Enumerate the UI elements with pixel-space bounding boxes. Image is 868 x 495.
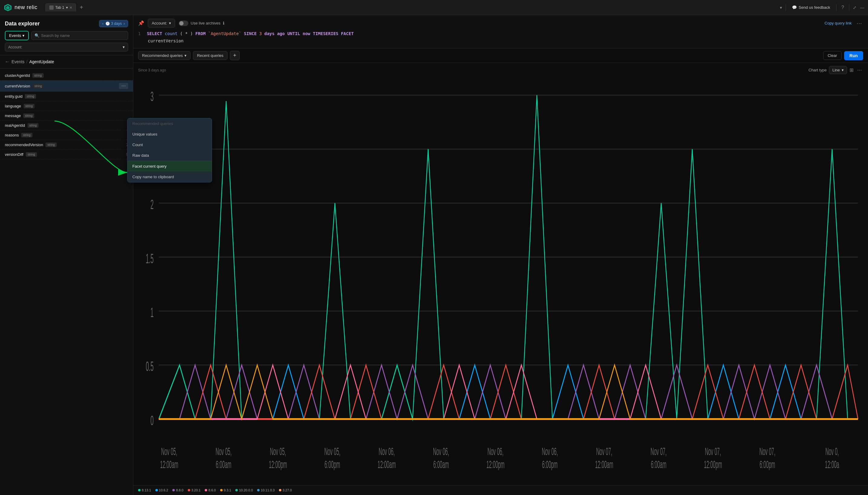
legend-dot — [155, 489, 158, 491]
context-menu-item[interactable]: Facet current query — [128, 161, 212, 172]
legend-item[interactable]: 10.20.0.0 — [235, 488, 253, 492]
chart-more-icon[interactable]: ⋯ — [856, 67, 863, 73]
tab-close-icon[interactable]: × — [70, 5, 72, 10]
svg-text:Nov 05,: Nov 05, — [324, 445, 340, 457]
live-archives: Use live archives ℹ — [179, 21, 225, 26]
legend-dot — [205, 489, 207, 491]
divider — [786, 4, 786, 11]
recent-queries-button[interactable]: Recent queries — [193, 51, 227, 60]
pin-icon[interactable]: 📌 — [138, 20, 144, 26]
legend-item[interactable]: 3.27.0 — [279, 488, 292, 492]
field-menu-button[interactable]: ⋯ — [119, 83, 128, 89]
chart-svg-wrapper: 3 2.5 2 1.5 1 0.5 0 — [133, 77, 868, 485]
top-bar-right: ▾ 💬 Send us feedback ? ⤢ — — [780, 4, 864, 12]
close-icon[interactable]: — — [860, 5, 864, 10]
field-left: realAgentId string — [5, 123, 38, 128]
account-filter[interactable]: Account: ▾ — [5, 42, 128, 51]
more-options-icon[interactable]: ⋯ — [855, 20, 863, 27]
add-query-button[interactable]: + — [230, 51, 240, 60]
context-menu-item[interactable]: Count — [128, 139, 212, 150]
search-box: 🔍 — [31, 31, 128, 40]
field-name: clusterAgentId — [5, 73, 30, 78]
breadcrumb-parent[interactable]: Events — [12, 59, 24, 64]
field-item[interactable]: clusterAgentId string — [0, 71, 133, 81]
chart-type-selector[interactable]: Line ▾ — [829, 66, 847, 74]
svg-text:3: 3 — [150, 89, 153, 104]
tab-1[interactable]: Tab 1 ▾ × — [46, 3, 76, 12]
field-item[interactable]: realAgentId string — [0, 121, 133, 131]
live-archives-info-icon[interactable]: ℹ — [223, 21, 225, 25]
time-nav-prev-icon[interactable]: ‹ — [102, 21, 104, 26]
divider-3 — [849, 4, 849, 11]
tab-dropdown-icon[interactable]: ▾ — [66, 5, 68, 10]
field-item[interactable]: currentVersion string ⋯ — [0, 81, 133, 92]
chart-svg: 3 2.5 2 1.5 1 0.5 0 — [138, 77, 863, 485]
context-menu-item[interactable]: Raw data — [128, 150, 212, 161]
svg-text:Nov 0,: Nov 0, — [825, 445, 839, 457]
legend-dot — [138, 489, 141, 491]
legend-item[interactable]: 10.6.2 — [155, 488, 168, 492]
live-archives-toggle[interactable] — [179, 21, 189, 26]
legend-item[interactable]: 3.20.1 — [188, 488, 201, 492]
account-filter-label: Account: — [8, 45, 22, 49]
time-nav-next-icon[interactable]: › — [123, 21, 125, 26]
events-button[interactable]: Events ▾ — [5, 31, 29, 40]
help-icon[interactable]: ? — [840, 4, 845, 12]
field-item[interactable]: entity.guid string — [0, 92, 133, 101]
query-toolbar: Recommended queries ▾ Recent queries + C… — [133, 48, 868, 63]
field-item[interactable]: message string — [0, 111, 133, 121]
copy-query-link[interactable]: Copy query link — [824, 21, 852, 25]
field-left: recommendedVersion string — [5, 142, 56, 147]
account-selector[interactable]: Account: ▾ — [148, 19, 175, 28]
legend-item[interactable]: 8.8.0 — [172, 488, 183, 492]
query-line-1: 1 SELECT count ( * ) FROM `AgentUpdate` … — [138, 30, 863, 37]
field-name: reasons — [5, 133, 19, 137]
svg-text:12:00a: 12:00a — [825, 458, 839, 471]
context-menu-item[interactable]: Copy name to clipboard — [128, 172, 212, 182]
since-label: Since 3 days ago — [138, 68, 166, 72]
svg-text:6:00pm: 6:00pm — [325, 458, 340, 471]
breadcrumb-back-icon[interactable]: ← — [5, 59, 10, 65]
legend-label: 9.3.1 — [224, 488, 231, 492]
svg-text:6:00pm: 6:00pm — [759, 458, 775, 471]
legend-label: 8.6.0 — [208, 488, 216, 492]
recommended-queries-label: Recommended queries — [142, 53, 183, 58]
svg-text:Nov 07,: Nov 07, — [759, 445, 775, 457]
field-name: language — [5, 104, 21, 108]
breadcrumb-separator: / — [26, 59, 28, 64]
field-name: versionDiff — [5, 152, 23, 157]
minimize-icon[interactable]: ⤢ — [853, 5, 856, 10]
time-nav[interactable]: ‹ 🕐 3 days › — [99, 20, 128, 27]
clear-button[interactable]: Clear — [823, 51, 842, 60]
feedback-button[interactable]: 💬 Send us feedback — [789, 4, 833, 11]
tab-label: Tab 1 — [55, 5, 64, 10]
search-input[interactable] — [41, 33, 125, 38]
legend-item[interactable]: 8.6.0 — [205, 488, 216, 492]
add-tab-button[interactable]: + — [77, 3, 86, 12]
field-type-badge: string — [28, 123, 38, 128]
chevron-down-icon[interactable]: ▾ — [780, 5, 782, 10]
select-keyword: SELECT — [147, 31, 162, 36]
sidebar-controls: Events ▾ 🔍 — [5, 31, 128, 40]
legend-item[interactable]: 8.13.1 — [138, 488, 151, 492]
chart-axes-icon[interactable]: ⊞ — [850, 67, 853, 73]
legend-label: 3.27.0 — [282, 488, 292, 492]
chart-type-label: Chart type — [808, 68, 826, 72]
days-ago-keyword: days ago — [264, 31, 285, 36]
legend-item[interactable]: 9.3.1 — [220, 488, 231, 492]
field-left: message string — [5, 114, 34, 118]
field-left: entity.guid string — [5, 94, 36, 99]
run-button[interactable]: Run — [844, 51, 863, 60]
search-icon: 🔍 — [34, 33, 39, 38]
recommended-queries-button[interactable]: Recommended queries ▾ — [138, 51, 191, 60]
field-item[interactable]: language string — [0, 101, 133, 111]
context-menu-item[interactable]: Unique values — [128, 129, 212, 139]
field-item[interactable]: versionDiff string 9 — [0, 150, 133, 159]
facet-keyword: FACET — [341, 31, 354, 36]
legend-dot — [220, 489, 223, 491]
right-panel: 📌 Account: ▾ Use live archives ℹ Copy qu… — [133, 15, 868, 495]
legend-item[interactable]: 10.11.0.3 — [257, 488, 275, 492]
field-item[interactable]: reasons string — [0, 131, 133, 140]
svg-text:6:00am: 6:00am — [433, 458, 449, 471]
field-item[interactable]: recommendedVersion string 7 — [0, 140, 133, 150]
